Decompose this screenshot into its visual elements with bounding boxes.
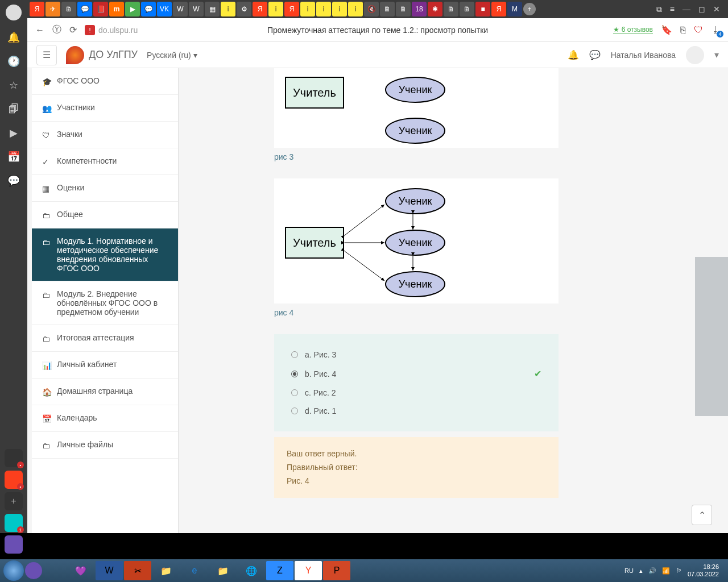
taskbar-app[interactable]: Z [266,561,293,580]
launcher-item[interactable]: • [5,449,23,467]
messages-icon[interactable]: 💬 [589,49,601,60]
answer-option-b[interactable]: b. Рис. 4 ✔ [291,364,541,384]
browser-tab-active[interactable]: m [109,2,124,16]
nav-item-badges[interactable]: 🛡Значки [32,122,178,148]
browser-tab[interactable]: 🗎 [444,2,458,16]
star-icon[interactable]: ☆ [7,78,20,92]
new-tab-button[interactable]: + [523,3,536,15]
system-tray[interactable]: RU ▴ 🔊 📶 🏳 18:26 07.03.2022 [624,563,725,578]
answer-option-d[interactable]: d. Рис. 1 [291,402,541,420]
launcher-item[interactable]: 1 [5,514,23,532]
nav-item-competencies[interactable]: ✓Компетентности [32,148,178,175]
browser-tab[interactable]: M [507,2,522,16]
taskbar-app[interactable]: Y [295,561,322,580]
tray-network-icon[interactable]: 📶 [662,567,670,575]
browser-tab[interactable]: i [332,2,347,16]
taskbar-app[interactable]: 📁 [209,561,237,580]
nav-item-grades[interactable]: ▦Оценки [32,175,178,202]
start-button[interactable] [3,560,24,581]
calendar-icon[interactable]: 📅 [7,150,20,164]
browser-tab[interactable]: ▶ [125,2,140,16]
browser-tab[interactable]: Я [253,2,267,16]
taskbar-app[interactable]: e [181,561,208,580]
launcher-item[interactable] [5,535,23,554]
answer-option-c[interactable]: c. Рис. 2 [291,384,541,402]
browser-tab[interactable]: 📕 [93,2,108,16]
browser-tab[interactable]: 🗎 [396,2,411,16]
browser-tab[interactable]: VK [157,2,172,16]
site-logo[interactable]: ДО УлГПУ [66,46,138,64]
user-avatar[interactable] [686,46,704,64]
os-avatar[interactable] [6,5,22,20]
browser-tab[interactable]: 🗎 [460,2,474,16]
nav-item-fgos[interactable]: 🎓ФГОС ООО [32,68,178,95]
taskbar-app[interactable]: 💜 [67,561,94,580]
browser-tab[interactable]: Я [30,2,44,16]
yandex-icon[interactable]: Ⓨ [52,24,61,36]
browser-tab[interactable]: ▦ [205,2,220,16]
menu-icon[interactable]: ≡ [670,5,675,14]
browser-tab[interactable]: W [189,2,204,16]
taskbar-app[interactable]: 📁 [152,561,180,580]
tray-flag-icon[interactable]: 🏳 [676,567,682,574]
nav-item-files[interactable]: 🗀Личные файлы [32,432,178,459]
close-icon[interactable]: ✕ [713,5,720,14]
extension-icon[interactable]: ⎘ [680,25,686,35]
taskbar-app[interactable]: P [323,561,350,580]
browser-tab[interactable]: ✈ [46,2,60,16]
launcher-item[interactable]: • [5,471,23,489]
tray-lang[interactable]: RU [624,567,634,574]
play-icon[interactable]: ▶ [7,126,20,140]
nav-toggle-button[interactable]: ☰ [36,45,57,65]
browser-tab[interactable]: W [173,2,188,16]
reload-icon[interactable]: ⟳ [69,24,77,35]
taskbar-clock[interactable]: 18:26 07.03.2022 [688,563,719,578]
taskbar-app[interactable]: 🌐 [238,561,265,580]
tray-up-icon[interactable]: ▴ [639,567,643,575]
browser-tab[interactable]: ■ [475,2,490,16]
browser-tab[interactable]: Я [491,2,506,16]
back-icon[interactable]: ← [35,25,44,35]
clock-icon[interactable]: 🕐 [7,55,20,68]
browser-tab[interactable]: i [268,2,283,16]
nav-item-module1[interactable]: 🗀Модуль 1. Нормативное и методическое об… [32,228,178,281]
shield-icon[interactable]: 🛡 [694,25,703,35]
reviews-badge[interactable]: ★ 6 отзывов [613,26,653,34]
nav-item-home[interactable]: 🏠Домашняя страница [32,379,178,405]
bookmark-icon[interactable]: 🔖 [661,24,672,35]
nav-item-general[interactable]: 🗀Общее [32,202,178,228]
tray-volume-icon[interactable]: 🔊 [648,567,656,575]
nav-item-module2[interactable]: 🗀Модуль 2. Внедрение обновлённых ФГОС ОО… [32,281,178,325]
language-selector[interactable]: Русский (ru)▾ [147,51,197,60]
browser-tab[interactable]: i [221,2,235,16]
browser-tab[interactable]: ⚙ [237,2,251,16]
browser-tab[interactable]: i [300,2,315,16]
answer-option-a[interactable]: a. Рис. 3 [291,346,541,364]
bell-icon[interactable]: 🔔 [7,31,20,44]
browser-tab[interactable]: 🗎 [61,2,76,16]
browser-tab[interactable]: i [348,2,363,16]
notifications-icon[interactable]: 🔔 [568,49,579,60]
chat-icon[interactable]: 💬 [7,174,20,188]
nav-item-participants[interactable]: 👥Участники [32,95,178,122]
side-panel[interactable] [695,257,728,416]
browser-tab[interactable]: i [316,2,331,16]
taskbar-app[interactable]: W [96,561,123,580]
browser-tab[interactable]: 💬 [77,2,92,16]
browser-tab[interactable]: 💬 [141,2,156,16]
launcher-plus[interactable]: + [5,492,23,510]
user-menu-caret[interactable]: ▾ [714,49,719,60]
note-icon[interactable]: 🗐 [7,102,20,116]
scroll-top-button[interactable]: ⌃ [692,505,712,525]
browser-tab[interactable]: 18 [412,2,427,16]
taskbar-app[interactable] [25,562,42,579]
browser-tab[interactable]: 🗎 [380,2,395,16]
browser-tab[interactable]: ✱ [428,2,442,16]
minimize-icon[interactable]: — [682,5,690,14]
split-icon[interactable]: ⧉ [656,5,662,14]
browser-tab[interactable]: 🔇 [364,2,379,16]
nav-item-final[interactable]: 🗀Итоговая аттестация [32,325,178,352]
browser-tab[interactable]: Я [284,2,299,16]
download-icon[interactable]: ⭳ [711,25,720,35]
taskbar-app[interactable]: ✂ [124,561,151,580]
